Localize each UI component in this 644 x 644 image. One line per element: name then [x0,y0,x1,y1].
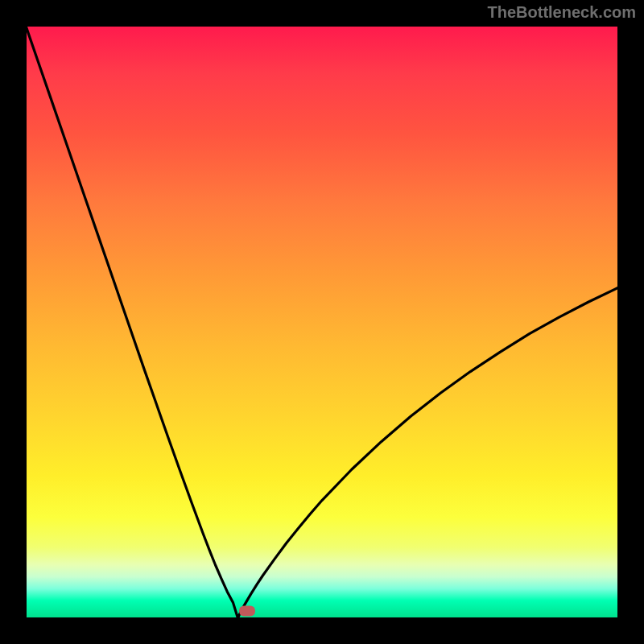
frame-border-bottom [0,617,644,644]
bottleneck-marker [239,606,255,617]
frame-border-right [617,0,644,644]
watermark-text: TheBottleneck.com [488,3,636,22]
chart-frame: TheBottleneck.com [0,0,644,644]
chart-gradient-bg [26,26,618,618]
frame-border-left [0,0,27,644]
